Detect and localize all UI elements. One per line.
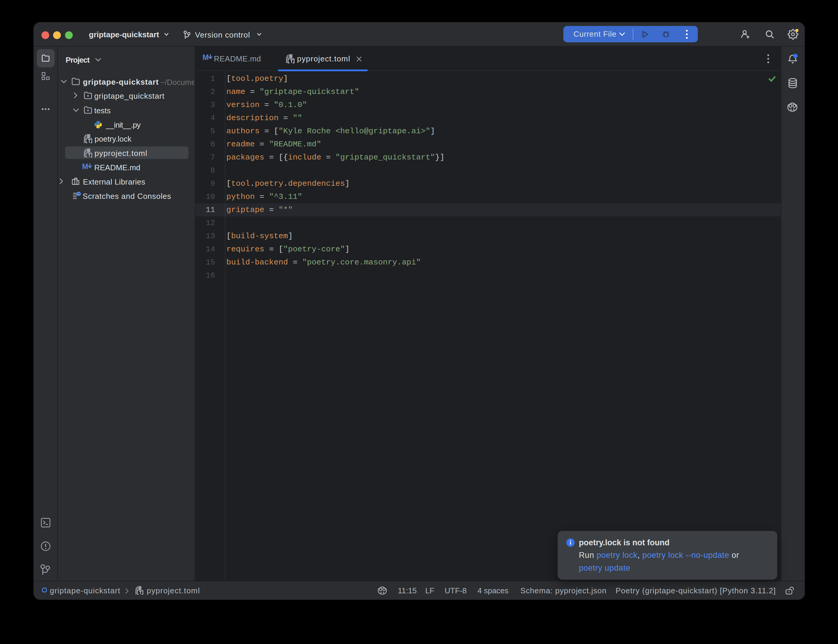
svg-text:M: M [202,53,209,61]
svg-text:M: M [82,162,88,171]
